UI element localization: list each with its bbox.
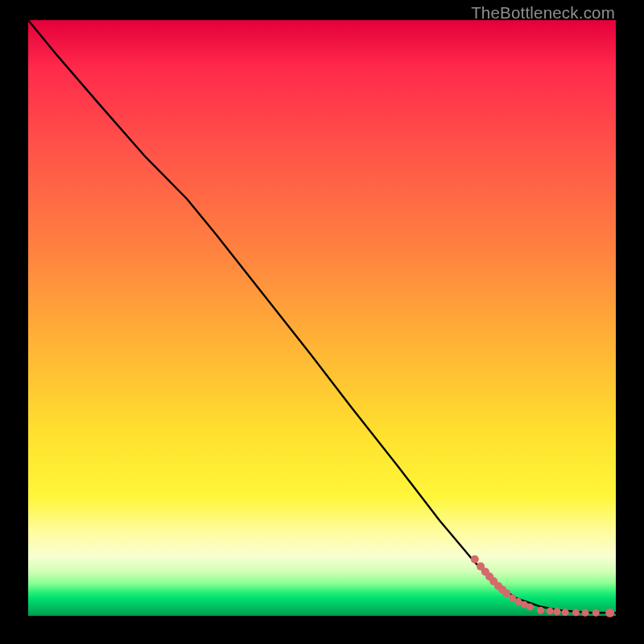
marker-dot [526,603,534,610]
marker-dot [582,609,589,617]
marker-points [471,555,614,617]
marker-dot [605,609,614,617]
marker-dot [562,609,569,616]
chart-overlay [0,0,644,644]
marker-dot [547,608,554,615]
curve-path [28,20,616,613]
chart-stage: TheBottleneck.com [0,0,644,644]
marker-dot [554,608,561,615]
curve-line [28,20,616,613]
marker-dot [537,607,544,614]
marker-dot [471,555,479,564]
marker-dot [592,609,600,617]
marker-dot [572,609,580,616]
